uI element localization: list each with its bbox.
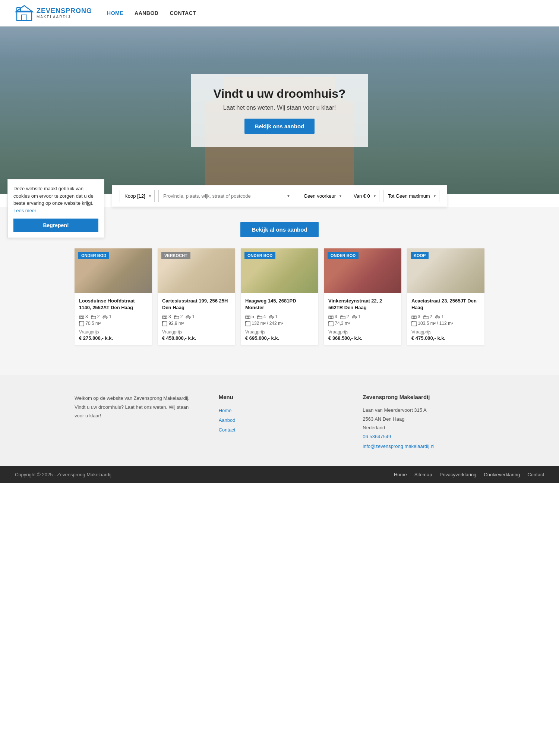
nav-aanbod[interactable]: AANBOD — [135, 10, 158, 16]
price-to-select[interactable]: Tot Geen maximum — [383, 190, 439, 202]
card-address: Haagweg 145, 2681PD Monster — [245, 298, 314, 311]
bed-icon — [174, 314, 179, 319]
preference-select-wrap: Geen voorkeur — [299, 190, 345, 202]
cookie-learn-more-link[interactable]: Lees meer — [13, 208, 36, 213]
bath-icon — [102, 314, 108, 319]
bed-spec: 2 — [174, 314, 183, 319]
card-price: € 275.000,- k.k. — [79, 335, 148, 341]
logo-sub: MAKELAARDIJ — [37, 15, 92, 19]
nav-contact[interactable]: CONTACT — [170, 10, 196, 16]
footer-menu-link[interactable]: Home — [219, 406, 341, 415]
area-icon — [79, 321, 84, 326]
nav-home[interactable]: HOME — [107, 10, 123, 16]
footer-menu-title: Menu — [219, 394, 341, 400]
card-price: € 695.000,- k.k. — [245, 335, 314, 341]
location-input-wrap[interactable]: ▼ — [158, 190, 295, 202]
footer-menu-link[interactable]: Aanbod — [219, 415, 341, 425]
footer-bottom: Copyright © 2025 - Zevensprong Makelaard… — [0, 466, 559, 483]
hero-section: Vindt u uw droomhuis? Laat het ons weten… — [0, 26, 559, 194]
svg-rect-66 — [412, 316, 416, 319]
rooms-spec: 3 — [162, 314, 171, 319]
card-price-label: Vraagprijs — [328, 329, 397, 335]
card-area: 132 m² / 242 m² — [245, 321, 314, 326]
property-card[interactable]: ONDER BOD Loosduinse Hoofdstraat 1140, 2… — [75, 248, 152, 345]
bed-spec: 2 — [423, 314, 432, 319]
card-area: 70,5 m² — [79, 321, 148, 326]
svg-rect-22 — [164, 317, 165, 319]
bed-spec: 4 — [257, 314, 266, 319]
view-all-button[interactable]: Bekijk al ons aanbod — [240, 222, 318, 237]
svg-rect-0 — [17, 11, 32, 21]
rooms-icon — [162, 314, 167, 319]
bed-spec: 2 — [91, 314, 100, 319]
cookie-accept-button[interactable]: Begrepen! — [13, 219, 98, 232]
property-card[interactable]: VERKOCHT Cartesiusstraat 199, 256 25H De… — [158, 248, 235, 345]
card-area: 74,3 m² — [328, 321, 397, 326]
bath-spec: 1 — [352, 314, 361, 319]
svg-rect-31 — [162, 321, 167, 326]
card-image: KOOP — [407, 248, 484, 293]
card-address: Vinkensteynstraat 22, 2 562TR Den Haag — [328, 298, 397, 311]
svg-rect-58 — [352, 317, 357, 318]
footer-bottom-link[interactable]: Home — [394, 472, 407, 477]
card-specs: 5 4 — [245, 314, 314, 319]
card-specs: 3 2 — [162, 314, 231, 319]
rooms-icon — [411, 314, 417, 319]
svg-rect-7 — [81, 317, 82, 319]
card-image: ONDER BOD — [324, 248, 401, 293]
footer-bottom-link[interactable]: Cookieverklaring — [484, 472, 520, 477]
property-card[interactable]: ONDER BOD Haagweg 145, 2681PD Monster 5 — [241, 248, 318, 345]
type-select[interactable]: Koop [12] — [120, 190, 155, 202]
area-icon — [162, 321, 167, 326]
card-address: Cartesiusstraat 199, 256 25H Den Haag — [162, 298, 231, 311]
card-image: VERKOCHT — [158, 248, 235, 293]
card-badge: ONDER BOD — [244, 252, 275, 259]
logo-text: ZEVENSPRONG MAKELAARDIJ — [37, 7, 92, 19]
svg-rect-61 — [329, 321, 333, 326]
svg-rect-37 — [247, 317, 249, 319]
svg-rect-13 — [103, 317, 107, 318]
rooms-icon — [328, 314, 334, 319]
footer-company-title: Zevensprong Makelaardij — [363, 394, 484, 400]
footer-bottom-link[interactable]: Contact — [527, 472, 544, 477]
property-card[interactable]: KOOP Acaciastraat 23, 2565JT Den Haag 3 — [407, 248, 484, 345]
card-image: ONDER BOD — [241, 248, 318, 293]
area-icon — [328, 321, 334, 326]
bath-icon — [435, 314, 440, 319]
hero-cta-button[interactable]: Bekijk ons aanbod — [244, 119, 315, 134]
svg-rect-52 — [330, 317, 332, 319]
bath-icon — [186, 314, 191, 319]
card-body: Vinkensteynstraat 22, 2 562TR Den Haag 3 — [324, 293, 401, 345]
rooms-spec: 3 — [79, 314, 88, 319]
footer-main: Welkom op de website van Zevensprong Mak… — [0, 375, 559, 466]
footer-menu-link[interactable]: Contact — [219, 425, 341, 435]
svg-rect-67 — [413, 317, 415, 319]
footer-phone[interactable]: 06 53647549 — [363, 432, 484, 442]
location-input[interactable] — [163, 193, 287, 199]
property-card[interactable]: ONDER BOD Vinkensteynstraat 22, 2 562TR … — [324, 248, 401, 345]
svg-rect-21 — [162, 316, 167, 319]
card-badge: ONDER BOD — [328, 252, 359, 259]
main-nav: HOME AANBOD CONTACT — [107, 10, 196, 16]
footer-about-col: Welkom op de website van Zevensprong Mak… — [75, 394, 196, 451]
footer-bottom-link[interactable]: Sitemap — [414, 472, 432, 477]
card-badge: ONDER BOD — [78, 252, 109, 259]
header: ZEVENSPRONG MAKELAARDIJ HOME AANBOD CONT… — [0, 0, 559, 26]
preference-select[interactable]: Geen voorkeur — [299, 190, 345, 202]
rooms-icon — [245, 314, 250, 319]
hero-content: Vindt u uw droomhuis? Laat het ons weten… — [191, 74, 368, 147]
logo[interactable]: ZEVENSPRONG MAKELAARDIJ — [15, 4, 92, 22]
card-specs: 3 2 — [411, 314, 480, 319]
card-price: € 368.500,- k.k. — [328, 335, 397, 341]
card-specs: 3 2 — [79, 314, 148, 319]
card-body: Cartesiusstraat 199, 256 25H Den Haag 3 — [158, 293, 235, 345]
bath-spec: 1 — [269, 314, 278, 319]
price-from-select-wrap: Van € 0 — [349, 190, 379, 202]
footer-copyright: Copyright © 2025 - Zevensprong Makelaard… — [15, 472, 111, 477]
card-price-label: Vraagprijs — [79, 329, 148, 335]
card-price-label: Vraagprijs — [411, 329, 480, 335]
card-price-label: Vraagprijs — [245, 329, 314, 335]
price-from-select[interactable]: Van € 0 — [349, 190, 379, 202]
footer-email[interactable]: info@zevensprong makelaardij.nl — [363, 442, 484, 451]
footer-bottom-link[interactable]: Privacyverklaring — [439, 472, 476, 477]
